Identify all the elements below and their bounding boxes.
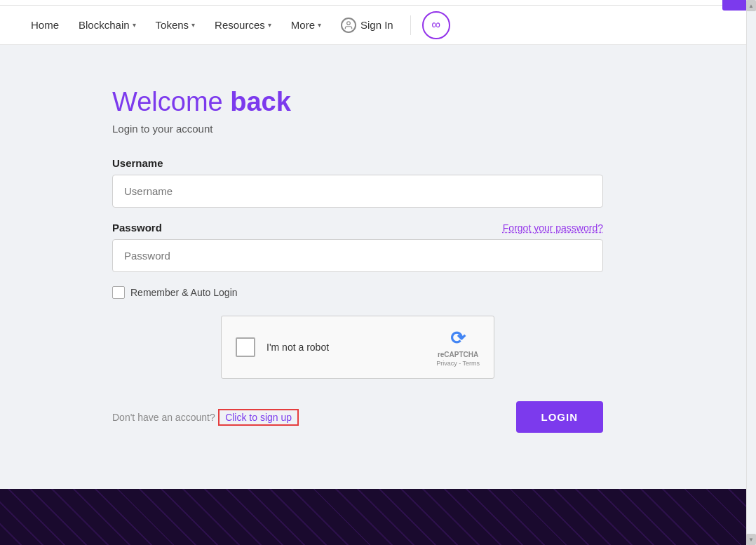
recaptcha-logo-icon: ⟳	[450, 328, 466, 349]
nav-more[interactable]: More ▾	[283, 13, 330, 36]
nav-resources[interactable]: Resources ▾	[206, 13, 280, 36]
nav-blockchain[interactable]: Blockchain ▾	[70, 13, 144, 36]
recaptcha-privacy-links[interactable]: Privacy - Terms	[436, 360, 480, 367]
remember-label: Remember & Auto Login	[130, 287, 238, 298]
signup-prompt-text: Don't have an account?	[112, 412, 215, 423]
welcome-title: Welcome back	[112, 87, 603, 117]
tokens-chevron-icon: ▾	[191, 21, 195, 29]
username-label: Username	[112, 157, 603, 169]
blockchain-chevron-icon: ▾	[133, 21, 136, 29]
password-label: Password	[112, 222, 162, 234]
more-chevron-icon: ▾	[318, 21, 321, 29]
username-input[interactable]	[112, 175, 603, 208]
scroll-down-arrow[interactable]: ▼	[746, 534, 756, 545]
recaptcha-brand-label: reCAPTCHA	[438, 351, 478, 358]
password-row: Password Forgot your password?	[112, 222, 603, 234]
scrollbar-track[interactable]: ▲ ▼	[746, 0, 756, 545]
recaptcha-widget[interactable]: I'm not a robot ⟳ reCAPTCHA Privacy - Te…	[221, 316, 494, 379]
nav-tokens[interactable]: Tokens ▾	[147, 13, 204, 36]
remember-checkbox[interactable]	[112, 286, 125, 299]
account-icon	[341, 18, 356, 33]
nav-logo-button[interactable]: ∞	[422, 11, 450, 39]
recaptcha-left: I'm not a robot	[236, 337, 329, 357]
login-button[interactable]: LOGIN	[516, 401, 604, 433]
footer-strip	[0, 489, 756, 545]
signup-link[interactable]: Click to sign up	[218, 409, 299, 426]
nav-sign-in[interactable]: Sign In	[332, 12, 402, 39]
main-content: Welcome back Login to your account Usern…	[0, 45, 756, 489]
nav-home[interactable]: Home	[22, 13, 67, 36]
bottom-row: Don't have an account? Click to sign up …	[112, 401, 603, 433]
scroll-up-arrow[interactable]: ▲	[746, 0, 756, 11]
recaptcha-label: I'm not a robot	[266, 342, 329, 353]
nav-divider	[410, 15, 411, 35]
svg-point-0	[347, 21, 351, 25]
topbar-strip	[0, 0, 756, 6]
forgot-password-link[interactable]: Forgot your password?	[503, 222, 603, 234]
welcome-subtitle: Login to your account	[112, 123, 603, 135]
recaptcha-checkbox[interactable]	[236, 337, 255, 357]
infinity-icon: ∞	[431, 18, 440, 32]
login-form-container: Welcome back Login to your account Usern…	[112, 87, 603, 433]
signup-prompt-area: Don't have an account? Click to sign up	[112, 409, 299, 426]
navigation: Home Blockchain ▾ Tokens ▾ Resources ▾ M…	[0, 6, 756, 45]
remember-row: Remember & Auto Login	[112, 286, 603, 299]
recaptcha-right: ⟳ reCAPTCHA Privacy - Terms	[436, 328, 480, 367]
password-input[interactable]	[112, 239, 603, 272]
resources-chevron-icon: ▾	[268, 21, 271, 29]
